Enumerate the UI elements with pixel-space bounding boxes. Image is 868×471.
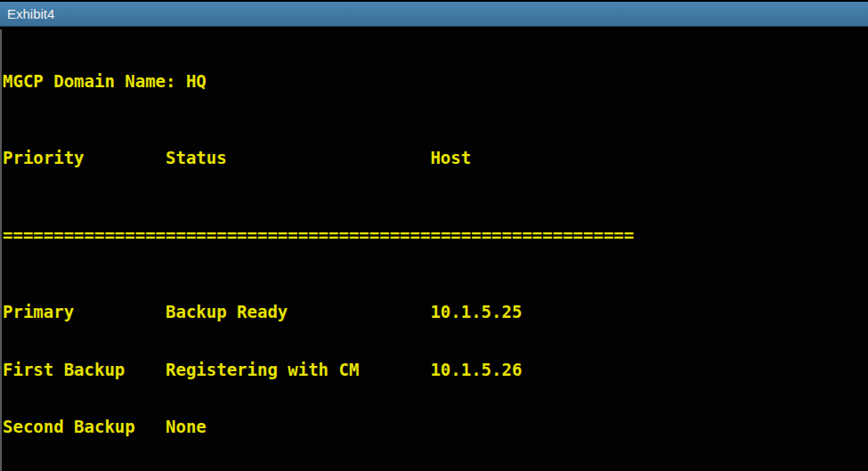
host-header: Host [430,149,471,166]
mgcp-server-row: Second BackupNone [3,418,868,435]
table-separator: ========================================… [3,226,868,244]
row-status: Backup Ready [166,303,430,321]
window-title: Exhibit4 [7,6,54,21]
terminal-left-edge [0,29,2,471]
row-host: 10.1.5.26 [430,361,522,378]
priority-header: Priority [3,149,166,166]
row-host: 10.1.5.25 [430,303,522,321]
row-priority: Second Backup [3,418,166,435]
window-titlebar[interactable]: Exhibit4 [0,2,868,27]
row-status: Registering with CM [166,361,430,378]
table-header-row: PriorityStatusHost [3,149,868,166]
row-priority: Primary [3,303,166,321]
status-header: Status [166,149,430,166]
mgcp-server-row: PrimaryBackup Ready10.1.5.25 [3,303,868,321]
mgcp-domain-line: MGCP Domain Name: HQ [3,72,868,90]
terminal-screen[interactable]: MGCP Domain Name: HQ PriorityStatusHost … [0,29,868,471]
mgcp-server-row: First BackupRegistering with CM10.1.5.26 [3,361,868,378]
row-priority: First Backup [3,361,166,378]
row-status: None [166,418,430,435]
